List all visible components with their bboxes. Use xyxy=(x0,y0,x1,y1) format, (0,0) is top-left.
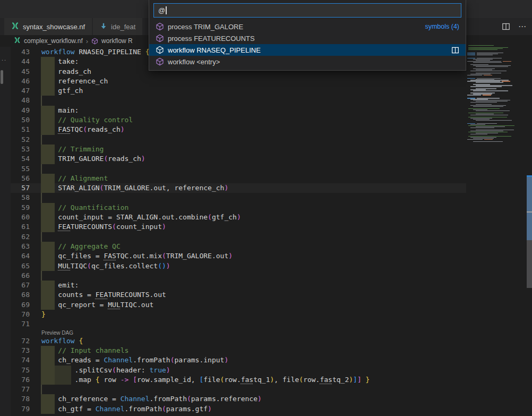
text-cursor xyxy=(166,6,167,14)
code-line-63: 63 // Aggregate QC xyxy=(11,242,466,251)
scrollbar-thumb[interactable] xyxy=(527,175,532,240)
code-line-53: 53 // Trimming xyxy=(11,145,466,154)
line-number: 54 xyxy=(11,154,30,164)
quick-open-item-3[interactable]: workflow <entry> xyxy=(149,56,466,67)
line-number: 79 xyxy=(11,404,30,414)
code-line-54: 54 TRIM_GALORE(reads_ch) xyxy=(11,154,466,164)
line-number: 64 xyxy=(11,251,30,261)
tab-label: ide_feat xyxy=(111,23,135,31)
code-line-74: 74 ch_reads = Channel.fromPath(params.in… xyxy=(11,355,466,365)
quick-open-input[interactable]: @ xyxy=(153,3,461,18)
code-line-49: 49 main: xyxy=(11,106,466,115)
breadcrumb: complex_workflow.nf › workflow R xyxy=(14,35,133,47)
quick-open-item-label: process FEATURECOUNTS xyxy=(168,35,255,43)
tab-bar-actions: ⋯ xyxy=(502,18,527,35)
open-to-side-icon[interactable] xyxy=(451,46,459,54)
code-line-62: 62 xyxy=(11,232,466,242)
quick-open-item-2[interactable]: workflow RNASEQ_PIPELINE xyxy=(149,44,466,56)
line-number: 80 xyxy=(11,414,30,416)
line-number: 77 xyxy=(11,385,30,394)
code-line-77: 77 xyxy=(11,385,466,394)
quick-open-query: @ xyxy=(158,6,165,14)
symbol-cube-icon xyxy=(156,46,164,54)
breadcrumb-file[interactable]: complex_workflow.nf xyxy=(24,37,83,45)
symbols-count-badge: symbols (4) xyxy=(425,23,459,30)
line-number: 62 xyxy=(11,232,30,242)
quick-open-item-label: workflow RNASEQ_PIPELINE xyxy=(168,46,261,54)
overview-cursor-marker xyxy=(527,211,532,213)
code-line-72: 72workflow { xyxy=(11,336,466,346)
rail-scrollbar-thumb[interactable] xyxy=(1,70,3,84)
symbol-cube-icon xyxy=(156,34,164,43)
line-number: 66 xyxy=(11,271,30,281)
line-number: 72 xyxy=(11,336,30,346)
line-number: 65 xyxy=(11,261,30,271)
code-line-48: 48 xyxy=(11,96,466,105)
more-actions-icon[interactable]: ⋯ xyxy=(518,22,527,31)
line-number: 76 xyxy=(11,375,30,385)
code-line-79: 79 ch_gtf = Channel.fromPath(params.gtf) xyxy=(11,404,466,414)
quick-open-item-0[interactable]: process TRIM_GALOREsymbols (4) xyxy=(149,21,466,32)
code-line-76: 76 .map { row -> [row.sample_id, [file(r… xyxy=(11,375,466,385)
line-number: 73 xyxy=(11,346,30,355)
line-number: 49 xyxy=(11,106,30,115)
code-line-75: 75 .splitCsv(header: true) xyxy=(11,366,466,375)
code-line-55: 55 xyxy=(11,164,466,174)
code-line-73: 73 // Input channels xyxy=(11,346,466,355)
quick-open-list: process TRIM_GALOREsymbols (4)process FE… xyxy=(149,21,466,67)
code-line-61: 61 FEATURECOUNTS(count_input) xyxy=(11,222,466,232)
line-number: 70 xyxy=(11,310,30,319)
code-line-57: 57 STAR_ALIGN(TRIM_GALORE.out, reference… xyxy=(11,183,466,193)
code-line-59: 59 // Quantification xyxy=(11,203,466,213)
symbol-cube-icon xyxy=(156,22,164,31)
tab-syntax-showcase[interactable]: syntax_showcase.nf xyxy=(4,18,93,35)
line-number: 59 xyxy=(11,203,30,213)
code-line-80: 80 xyxy=(11,414,466,416)
code-lines: 43workflow RNASEQ_PIPELINE {44 take:45 r… xyxy=(11,47,466,416)
line-number: 58 xyxy=(11,193,30,202)
code-lens-preview-dag[interactable]: Preview DAG xyxy=(11,329,466,336)
code-line-56: 56 // Alignment xyxy=(11,174,466,183)
tab-ide-feat[interactable]: ide_feat xyxy=(93,18,143,35)
split-editor-icon[interactable] xyxy=(502,22,510,31)
line-number: 63 xyxy=(11,242,30,251)
breadcrumb-symbol[interactable]: workflow R xyxy=(101,37,133,45)
line-number: 69 xyxy=(11,300,30,310)
line-number: 55 xyxy=(11,164,30,174)
line-number: 52 xyxy=(11,135,30,145)
line-number: 56 xyxy=(11,174,30,183)
quick-open-item-1[interactable]: process FEATURECOUNTS xyxy=(149,32,466,44)
line-number: 53 xyxy=(11,145,30,154)
line-number: 75 xyxy=(11,366,30,375)
line-number: 57 xyxy=(11,183,30,193)
code-line-68: 68 counts = FEATURECOUNTS.out xyxy=(11,290,466,300)
line-number: 45 xyxy=(11,67,30,77)
overview-section-marker xyxy=(527,240,532,288)
code-line-60: 60 count_input = STAR_ALIGN.out.combine(… xyxy=(11,213,466,222)
line-number: 61 xyxy=(11,222,30,232)
code-line-67: 67 emit: xyxy=(11,281,466,290)
line-number: 71 xyxy=(11,319,30,329)
symbol-cube-icon xyxy=(91,38,98,45)
code-line-78: 78 ch_reference = Channel.fromPath(param… xyxy=(11,394,466,404)
code-line-64: 64 qc_files = FASTQC.out.mix(TRIM_GALORE… xyxy=(11,251,466,261)
code-line-66: 66 xyxy=(11,271,466,281)
code-line-70: 70} xyxy=(11,310,466,319)
nextflow-logo-icon xyxy=(14,37,21,45)
line-number: 78 xyxy=(11,394,30,404)
scrollbar-thumb-top xyxy=(527,175,532,177)
nextflow-logo-icon xyxy=(11,22,19,31)
code-line-47: 47 gtf_ch xyxy=(11,86,466,96)
code-line-52: 52 xyxy=(11,135,466,145)
left-rail: .. xyxy=(0,47,11,416)
line-number: 48 xyxy=(11,96,30,105)
line-number: 47 xyxy=(11,86,30,96)
code-line-46: 46 reference_ch xyxy=(11,77,466,86)
code-line-71: 71 xyxy=(11,319,466,329)
line-number: 51 xyxy=(11,125,30,134)
symbol-cube-icon xyxy=(156,57,164,66)
line-number: 74 xyxy=(11,355,30,365)
code-editor[interactable]: 43workflow RNASEQ_PIPELINE {44 take:45 r… xyxy=(11,47,466,416)
quick-open-item-label: process TRIM_GALORE xyxy=(168,23,243,31)
minimap[interactable] xyxy=(466,45,524,343)
